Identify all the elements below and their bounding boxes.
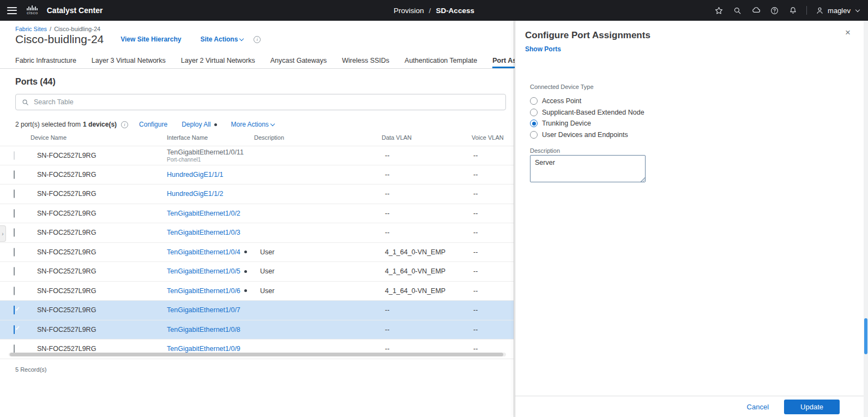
tab-layer-3-virtual-networks[interactable]: Layer 3 Virtual Networks (92, 53, 166, 68)
search-icon[interactable] (732, 5, 743, 16)
more-actions-dropdown[interactable]: More Actions (231, 121, 274, 128)
tab-authentication-template[interactable]: Authentication Template (405, 53, 477, 68)
scrollbar-thumb[interactable] (864, 318, 867, 354)
interface-link[interactable]: TenGigabitEthernet1/0/7 (167, 306, 240, 314)
description-textarea[interactable]: Server (530, 155, 646, 182)
row-checkbox[interactable] (14, 209, 15, 218)
deploy-all-button[interactable]: Deploy All (182, 121, 210, 128)
radio-option-trunking-device[interactable]: Trunking Device (530, 120, 644, 127)
data-vlan-cell: 4_1_64_0-VN_EMP (382, 248, 472, 256)
table-row[interactable]: SN-FOC2527L9RG TenGigabitEthernet1/0/11 … (0, 146, 514, 165)
radio-option-supplicant-based-extended-node[interactable]: Supplicant-Based Extended Node (530, 109, 644, 116)
search-input[interactable] (34, 98, 500, 106)
device-name-cell: SN-FOC2527L9RG (31, 306, 167, 314)
resize-handle[interactable] (641, 177, 645, 182)
row-checkbox[interactable] (14, 267, 15, 276)
row-checkbox[interactable] (14, 228, 15, 237)
interface-link[interactable]: TenGigabitEthernet1/0/2 (167, 210, 240, 217)
username: maglev (828, 7, 851, 15)
description-cell: User (254, 287, 382, 295)
table-row[interactable]: SN-FOC2527L9RG HundredGigE1/1/2 -- -- (0, 184, 514, 204)
configure-button[interactable]: Configure (139, 121, 167, 128)
info-icon[interactable] (121, 121, 128, 128)
app-title: Catalyst Center (47, 6, 103, 15)
chevron-down-icon (270, 122, 275, 126)
interface-cell: TenGigabitEthernet1/0/8 (167, 326, 254, 333)
connected-device-type-label: Connected Device Type (530, 84, 594, 90)
tab-wireless-ssids[interactable]: Wireless SSIDs (342, 53, 389, 68)
chevron-down-icon (239, 37, 244, 41)
table-row[interactable]: SN-FOC2527L9RG TenGigabitEthernet1/0/4 U… (0, 243, 514, 263)
notifications-bell-icon[interactable] (788, 5, 798, 16)
interface-link[interactable]: TenGigabitEthernet1/0/5 (167, 267, 240, 275)
column-header-device-name: Device Name (31, 134, 167, 141)
interface-link[interactable]: HundredGigE1/1/2 (167, 190, 224, 198)
row-checkbox[interactable] (14, 248, 15, 257)
tab-label: Authentication Template (405, 57, 477, 64)
favorites-star-icon[interactable] (714, 5, 724, 16)
chevron-down-icon (855, 8, 860, 12)
row-checkbox[interactable] (14, 325, 15, 334)
interface-link[interactable]: HundredGigE1/1/1 (167, 171, 224, 178)
view-site-hierarchy-link[interactable]: View Site Hierarchy (120, 35, 181, 43)
voice-vlan-cell: -- (472, 210, 514, 217)
selection-device-count: 1 device(s) (83, 121, 117, 128)
radio-label: Trunking Device (542, 120, 591, 127)
left-panel-expander[interactable] (0, 225, 6, 242)
header-right: maglev (714, 5, 868, 16)
row-checkbox[interactable] (14, 344, 15, 353)
cancel-button[interactable]: Cancel (747, 403, 769, 411)
nav-page[interactable]: SD-Access (436, 7, 474, 15)
info-icon[interactable] (254, 36, 261, 43)
interface-link[interactable]: TenGigabitEthernet1/0/8 (167, 326, 240, 333)
radio-icon (530, 97, 538, 105)
help-icon[interactable] (769, 5, 780, 16)
table-row[interactable]: SN-FOC2527L9RG TenGigabitEthernet1/0/3 -… (0, 223, 514, 243)
show-ports-link[interactable]: Show Ports (525, 45, 561, 53)
table-row[interactable]: SN-FOC2527L9RG TenGigabitEthernet1/0/8 -… (0, 320, 514, 340)
row-checkbox[interactable] (14, 189, 15, 198)
device-name-cell: SN-FOC2527L9RG (31, 152, 167, 159)
table-row[interactable]: SN-FOC2527L9RG TenGigabitEthernet1/0/5 U… (0, 262, 514, 282)
scrollbar-thumb[interactable] (10, 353, 503, 356)
interface-link[interactable]: TenGigabitEthernet1/0/6 (167, 287, 240, 295)
tab-layer-2-virtual-networks[interactable]: Layer 2 Virtual Networks (181, 53, 255, 68)
app-header: cisco Catalyst Center Provision / SD-Acc… (0, 0, 868, 21)
table-row[interactable]: SN-FOC2527L9RG TenGigabitEthernet1/0/2 -… (0, 204, 514, 224)
tab-anycast-gateways[interactable]: Anycast Gateways (270, 53, 327, 68)
checkbox-cell (9, 171, 31, 178)
cloud-icon[interactable] (751, 5, 761, 16)
radio-label: User Devices and Endpoints (542, 131, 628, 139)
row-checkbox[interactable] (14, 151, 15, 160)
checkbox-cell (9, 152, 31, 159)
radio-option-access-point[interactable]: Access Point (530, 97, 644, 105)
table-horizontal-scrollbar[interactable] (9, 353, 506, 356)
nav-section[interactable]: Provision (394, 7, 424, 15)
device-name-cell: SN-FOC2527L9RG (31, 171, 167, 178)
interface-link[interactable]: TenGigabitEthernet1/0/3 (167, 229, 240, 236)
menu-icon[interactable] (7, 7, 17, 14)
interface-link[interactable]: TenGigabitEthernet1/0/9 (167, 345, 240, 353)
table-row[interactable]: SN-FOC2527L9RG TenGigabitEthernet1/0/6 U… (0, 282, 514, 301)
radio-option-user-devices-and-endpoints[interactable]: User Devices and Endpoints (530, 131, 644, 139)
row-checkbox[interactable] (14, 170, 15, 179)
close-icon[interactable] (845, 28, 851, 37)
update-button[interactable]: Update (784, 400, 840, 414)
data-vlan-cell: 4_1_64_0-VN_EMP (382, 287, 472, 295)
tab-fabric-infrastructure[interactable]: Fabric Infrastructure (15, 53, 76, 68)
table-row[interactable]: SN-FOC2527L9RG TenGigabitEthernet1/0/7 -… (0, 301, 514, 320)
site-actions-dropdown[interactable]: Site Actions (200, 35, 243, 43)
table-header-row: Device NameInterface NameDescriptionData… (0, 129, 514, 146)
page-vertical-scrollbar[interactable] (864, 21, 868, 417)
panel-footer: Cancel Update (515, 396, 864, 417)
checkbox-cell (9, 190, 31, 198)
interface-link[interactable]: TenGigabitEthernet1/0/4 (167, 248, 240, 256)
table-row[interactable]: SN-FOC2527L9RG HundredGigE1/1/1 -- -- (0, 165, 514, 185)
checkbox-cell (9, 345, 31, 353)
interface-cell: TenGigabitEthernet1/0/11 Port-channel1 (167, 148, 254, 163)
row-checkbox[interactable] (14, 287, 15, 295)
breadcrumb-fabric-sites[interactable]: Fabric Sites (15, 26, 47, 32)
user-menu[interactable]: maglev (815, 6, 859, 15)
interface-link[interactable]: TenGigabitEthernet1/0/11 (167, 148, 244, 156)
row-checkbox[interactable] (14, 306, 15, 314)
